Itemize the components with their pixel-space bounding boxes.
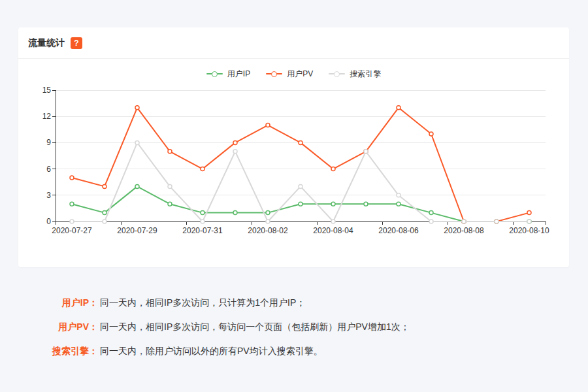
data-point-marker bbox=[397, 106, 400, 110]
series-line bbox=[72, 142, 529, 221]
x-axis-label: 2020-08-06 bbox=[378, 226, 419, 235]
definitions-section: 用户IP： 同一天内，相同IP多次访问，只计算为1个用户IP； 用户PV： 同一… bbox=[0, 296, 588, 368]
card-header: 流量统计 ? bbox=[18, 27, 569, 59]
legend-label: 用户IP bbox=[227, 69, 250, 80]
data-point-marker bbox=[364, 150, 368, 154]
line-series-marker-icon bbox=[266, 71, 282, 77]
data-point-marker bbox=[397, 193, 400, 197]
data-point-marker bbox=[103, 211, 106, 215]
traffic-stats-card: 流量统计 ? 用户IP 用户PV 搜索引擎 036912152020-07-27… bbox=[18, 27, 569, 267]
legend-item-search-engine[interactable]: 搜索引擎 bbox=[329, 69, 381, 80]
definition-desc: 同一天内，相同IP多次访问，只计算为1个用户IP； bbox=[100, 296, 305, 309]
x-axis-label: 2020-07-31 bbox=[182, 226, 223, 235]
definition-term: 用户IP： bbox=[0, 296, 98, 309]
definition-row-search-engine: 搜索引擎： 同一天内，除用户访问以外的所有PV均计入搜索引擎。 bbox=[0, 344, 588, 357]
legend-label: 用户PV bbox=[287, 69, 313, 80]
definition-row-user-pv: 用户PV： 同一天内，相同IP多次访问，每访问一个页面（包括刷新）用户PV增加1… bbox=[0, 320, 588, 333]
x-axis-label: 2020-08-10 bbox=[509, 226, 549, 235]
data-point-marker bbox=[103, 220, 106, 223]
data-point-marker bbox=[299, 140, 302, 144]
y-axis-label: 6 bbox=[46, 165, 51, 174]
data-point-marker bbox=[168, 184, 172, 188]
data-point-marker bbox=[70, 220, 74, 223]
data-point-marker bbox=[299, 184, 302, 188]
data-point-marker bbox=[201, 220, 204, 223]
data-point-marker bbox=[527, 211, 531, 215]
page-title: 流量统计 bbox=[28, 37, 65, 49]
data-point-marker bbox=[135, 106, 139, 110]
x-axis-label: 2020-08-04 bbox=[313, 226, 353, 235]
definition-term: 用户PV： bbox=[0, 320, 98, 333]
axes: 036912152020-07-272020-07-292020-07-3120… bbox=[42, 86, 549, 235]
series-search-engine bbox=[70, 140, 531, 223]
legend-label: 搜索引擎 bbox=[350, 69, 381, 80]
data-point-marker bbox=[364, 202, 368, 206]
data-point-marker bbox=[429, 220, 433, 223]
definition-desc: 同一天内，相同IP多次访问，每访问一个页面（包括刷新）用户PV增加1次； bbox=[100, 320, 410, 333]
x-axis-label: 2020-08-02 bbox=[248, 226, 288, 235]
data-point-marker bbox=[233, 150, 237, 154]
data-point-marker bbox=[397, 202, 400, 206]
data-point-marker bbox=[331, 167, 335, 171]
definition-term: 搜索引擎： bbox=[0, 344, 98, 357]
data-point-marker bbox=[495, 220, 498, 223]
legend-item-user-ip[interactable]: 用户IP bbox=[206, 69, 250, 80]
page-background: 流量统计 ? 用户IP 用户PV 搜索引擎 036912152020-07-27… bbox=[0, 0, 588, 392]
data-point-marker bbox=[266, 211, 270, 215]
data-point-marker bbox=[462, 220, 466, 223]
data-point-marker bbox=[331, 202, 335, 206]
data-point-marker bbox=[266, 123, 270, 127]
x-axis-label: 2020-07-29 bbox=[117, 226, 157, 235]
data-point-marker bbox=[70, 176, 74, 180]
line-series-marker-icon bbox=[329, 71, 345, 77]
y-axis-label: 0 bbox=[46, 217, 51, 226]
data-point-marker bbox=[168, 202, 172, 206]
data-point-marker bbox=[299, 202, 302, 206]
line-series-marker-icon bbox=[206, 71, 223, 77]
data-point-marker bbox=[429, 211, 433, 215]
definition-desc: 同一天内，除用户访问以外的所有PV均计入搜索引擎。 bbox=[100, 344, 323, 357]
data-point-marker bbox=[168, 150, 172, 154]
x-axis-label: 2020-07-27 bbox=[52, 226, 92, 235]
data-point-marker bbox=[135, 184, 139, 188]
data-point-marker bbox=[331, 220, 335, 223]
y-axis-label: 3 bbox=[46, 191, 51, 200]
data-point-marker bbox=[233, 211, 237, 215]
data-point-marker bbox=[70, 202, 74, 206]
chart-legend: 用户IP 用户PV 搜索引擎 bbox=[18, 64, 569, 84]
y-axis-label: 15 bbox=[42, 86, 52, 95]
data-point-marker bbox=[103, 184, 106, 188]
data-point-marker bbox=[429, 132, 433, 136]
definition-row-user-ip: 用户IP： 同一天内，相同IP多次访问，只计算为1个用户IP； bbox=[0, 296, 588, 309]
x-axis-label: 2020-08-08 bbox=[444, 226, 484, 235]
data-point-marker bbox=[201, 167, 204, 171]
data-point-marker bbox=[201, 211, 204, 215]
help-icon[interactable]: ? bbox=[71, 37, 82, 49]
traffic-line-chart[interactable]: 036912152020-07-272020-07-292020-07-3120… bbox=[18, 84, 569, 246]
y-axis-label: 9 bbox=[46, 138, 51, 147]
data-point-marker bbox=[266, 220, 270, 223]
data-point-marker bbox=[135, 140, 139, 144]
data-point-marker bbox=[527, 220, 531, 223]
data-point-marker bbox=[233, 140, 237, 144]
y-axis-label: 12 bbox=[42, 112, 52, 121]
legend-item-user-pv[interactable]: 用户PV bbox=[266, 69, 313, 80]
